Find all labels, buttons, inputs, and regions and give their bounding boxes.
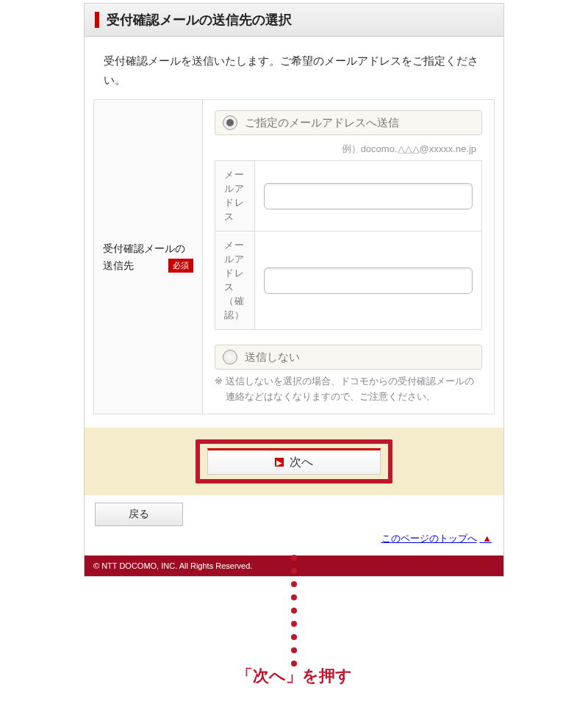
intro-text: 受付確認メールを送信いたします。ご希望のメールアドレスをご指定ください。 <box>85 37 503 99</box>
back-button-label: 戻る <box>129 508 149 521</box>
callout-connector-icon <box>291 551 297 670</box>
back-button[interactable]: 戻る <box>95 503 183 526</box>
example-text: 例）docomo.△△△@xxxxx.ne.jp <box>215 138 482 160</box>
button-band: ▶ 次へ <box>85 428 503 495</box>
label-mail-confirm: メールアドレス（確認） <box>215 231 255 330</box>
form-box: 受付確認メールの送信先 必須 ご指定のメールアドレスへ送信 例）docomo.△… <box>93 99 495 414</box>
radio-option-send[interactable]: ご指定のメールアドレスへ送信 <box>215 110 482 135</box>
triangle-up-icon: ▲ <box>480 533 492 544</box>
required-badge: 必須 <box>168 259 193 273</box>
section-title: 受付確認メールの送信先の選択 <box>107 11 292 29</box>
radio-icon <box>223 115 237 130</box>
note-mark: ※ <box>215 374 223 405</box>
accent-bar-icon <box>95 12 99 28</box>
field-label-cell: 受付確認メールの送信先 必須 <box>94 100 203 414</box>
section-header: 受付確認メールの送信先の選択 <box>85 4 503 37</box>
note: ※ 送信しないを選択の場合、ドコモからの受付確認メールの連絡などはなくなりますの… <box>215 374 482 405</box>
mail-input[interactable] <box>264 183 473 209</box>
next-button[interactable]: ▶ 次へ <box>207 448 381 475</box>
next-highlight-box: ▶ 次へ <box>196 439 392 483</box>
note-text: 送信しないを選択の場合、ドコモからの受付確認メールの連絡などはなくなりますので、… <box>226 374 482 405</box>
input-table: メールアドレス メールアドレス（確認） <box>215 160 482 330</box>
page-top-link[interactable]: このページのトップへ ▲ <box>381 533 492 544</box>
radio-label-nosend: 送信しない <box>245 350 300 364</box>
radio-label-send: ご指定のメールアドレスへ送信 <box>245 116 399 130</box>
label-mail: メールアドレス <box>215 161 255 231</box>
mail-confirm-input[interactable] <box>264 267 473 294</box>
radio-option-nosend[interactable]: 送信しない <box>215 345 482 370</box>
next-button-label: 次へ <box>290 455 313 470</box>
arrow-right-icon: ▶ <box>275 458 284 467</box>
radio-icon <box>223 350 237 364</box>
